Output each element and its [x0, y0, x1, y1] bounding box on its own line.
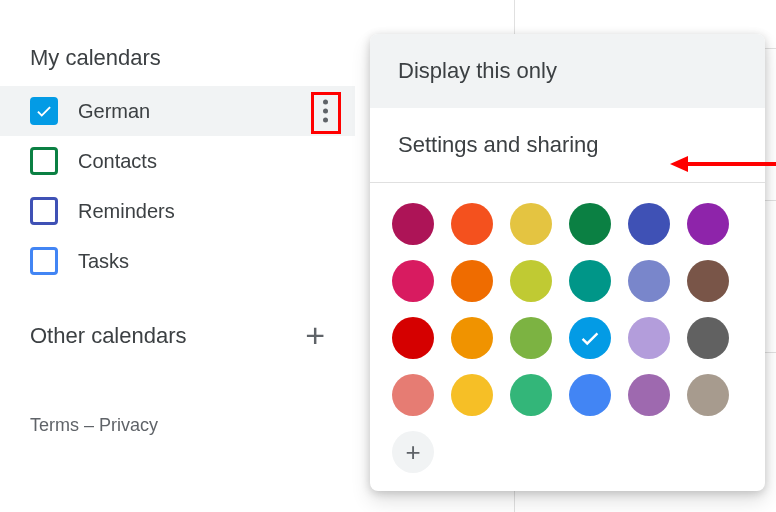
color-swatch[interactable] — [569, 203, 611, 245]
calendar-options-popover: Display this only Settings and sharing + — [370, 34, 765, 491]
calendar-label: Tasks — [78, 250, 129, 273]
color-swatch[interactable] — [687, 260, 729, 302]
color-swatch[interactable] — [392, 374, 434, 416]
calendar-sidebar: My calendars GermanContactsRemindersTask… — [0, 0, 355, 436]
add-calendar-icon[interactable]: + — [305, 316, 325, 355]
settings-sharing-item[interactable]: Settings and sharing — [370, 108, 765, 182]
color-swatch[interactable] — [510, 203, 552, 245]
other-calendars-header[interactable]: Other calendars + — [0, 316, 355, 370]
color-swatch[interactable] — [628, 203, 670, 245]
calendar-label: German — [78, 100, 150, 123]
calendar-label: Reminders — [78, 200, 175, 223]
color-swatch[interactable] — [510, 260, 552, 302]
color-swatch[interactable] — [451, 374, 493, 416]
display-only-item[interactable]: Display this only — [370, 34, 765, 108]
calendar-list: GermanContactsRemindersTasks — [0, 86, 355, 286]
check-icon — [35, 102, 53, 120]
calendar-checkbox[interactable] — [30, 97, 58, 125]
color-swatch[interactable] — [687, 317, 729, 359]
color-swatch[interactable] — [392, 317, 434, 359]
color-swatch[interactable] — [569, 317, 611, 359]
my-calendars-header[interactable]: My calendars — [0, 45, 355, 86]
color-swatch[interactable] — [451, 260, 493, 302]
calendar-item-reminders[interactable]: Reminders — [0, 186, 355, 236]
color-swatch[interactable] — [392, 260, 434, 302]
color-swatch[interactable] — [628, 317, 670, 359]
other-calendars-title: Other calendars — [30, 323, 187, 349]
calendar-item-tasks[interactable]: Tasks — [0, 236, 355, 286]
check-icon — [579, 327, 601, 349]
calendar-label: Contacts — [78, 150, 157, 173]
color-swatch[interactable] — [392, 203, 434, 245]
color-picker-grid: + — [370, 183, 765, 491]
calendar-checkbox[interactable] — [30, 197, 58, 225]
color-swatch[interactable] — [628, 260, 670, 302]
calendar-item-contacts[interactable]: Contacts — [0, 136, 355, 186]
terms-link[interactable]: Terms — [30, 415, 79, 435]
color-swatch[interactable] — [451, 317, 493, 359]
color-swatch[interactable] — [510, 317, 552, 359]
add-custom-color-button[interactable]: + — [392, 431, 434, 473]
color-swatch[interactable] — [628, 374, 670, 416]
color-swatch[interactable] — [510, 374, 552, 416]
calendar-checkbox[interactable] — [30, 247, 58, 275]
color-swatch[interactable] — [687, 374, 729, 416]
calendar-checkbox[interactable] — [30, 147, 58, 175]
color-swatch[interactable] — [687, 203, 729, 245]
color-swatch[interactable] — [569, 260, 611, 302]
color-swatch[interactable] — [451, 203, 493, 245]
overflow-menu-icon[interactable] — [318, 95, 333, 128]
privacy-link[interactable]: Privacy — [99, 415, 158, 435]
footer-sep: – — [79, 415, 99, 435]
footer-links: Terms – Privacy — [0, 415, 355, 436]
my-calendars-title: My calendars — [30, 45, 161, 71]
calendar-item-german[interactable]: German — [0, 86, 355, 136]
color-swatch[interactable] — [569, 374, 611, 416]
